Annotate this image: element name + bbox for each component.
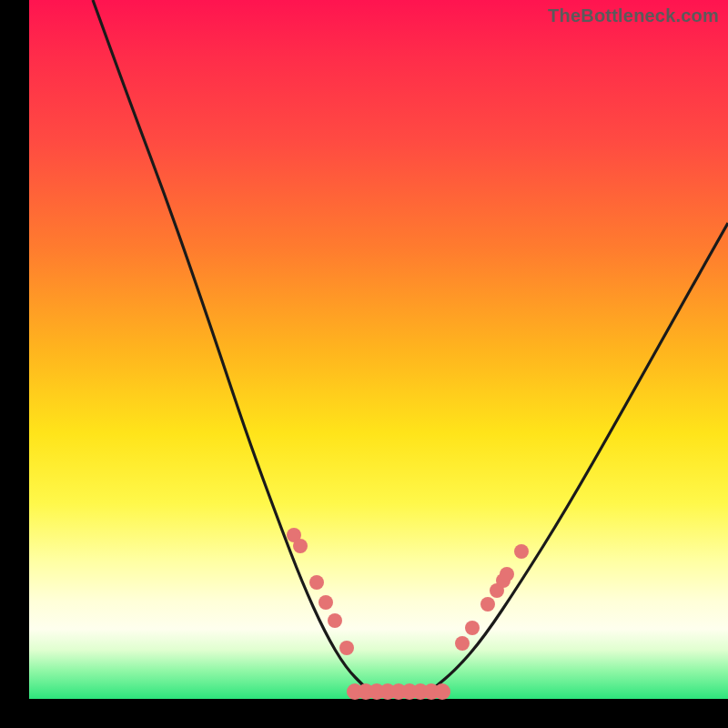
curve-right-arm	[434, 223, 728, 688]
marker-group-right	[455, 544, 529, 651]
marker-group-left	[287, 528, 354, 655]
marker-dot	[434, 683, 450, 700]
marker-dot	[328, 613, 342, 628]
marker-dot	[293, 539, 308, 553]
plot-area: TheBottleneck.com	[29, 0, 728, 699]
marker-dot	[514, 544, 529, 559]
marker-group-bottom	[347, 683, 450, 700]
marker-dot	[465, 621, 480, 635]
marker-dot	[500, 567, 514, 581]
marker-dot	[318, 595, 333, 610]
marker-dot	[480, 597, 495, 612]
marker-dot	[309, 575, 324, 590]
marker-dot	[455, 636, 470, 651]
bottleneck-curve	[29, 0, 728, 699]
curve-left-arm	[93, 0, 366, 688]
chart-frame: TheBottleneck.com	[0, 0, 728, 728]
marker-dot	[339, 641, 354, 655]
